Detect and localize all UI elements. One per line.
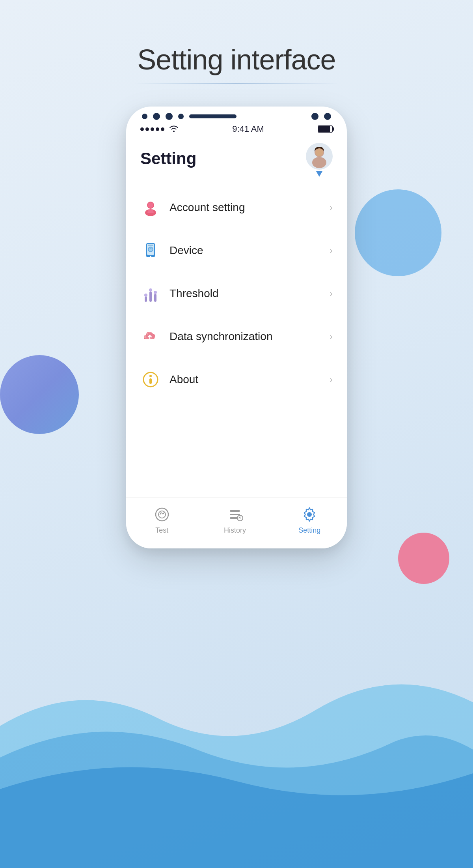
test-nav-label: Test <box>155 526 168 535</box>
menu-list: Account setting › <box>126 182 347 405</box>
notch-pill <box>189 114 236 118</box>
menu-chevron-device: › <box>330 245 333 256</box>
svg-point-21 <box>156 508 168 521</box>
menu-item-account-setting[interactable]: Account setting › <box>126 186 347 229</box>
battery-fill <box>318 126 330 132</box>
page-title: Setting interface <box>0 0 473 76</box>
menu-chevron-account: › <box>330 202 333 213</box>
device-icon <box>142 241 160 260</box>
signal-dot-3 <box>151 127 154 131</box>
menu-chevron-about: › <box>330 374 333 385</box>
svg-rect-12 <box>145 296 147 302</box>
menu-label-account: Account setting <box>169 201 330 214</box>
notch-dot-5 <box>311 113 318 120</box>
svg-point-8 <box>150 256 151 257</box>
account-icon-wrap <box>140 197 161 218</box>
notch-dot-4 <box>178 114 184 119</box>
svg-rect-20 <box>149 378 152 384</box>
svg-point-19 <box>149 375 152 377</box>
title-divider <box>134 83 339 84</box>
menu-item-device[interactable]: Device › <box>126 229 347 272</box>
device-icon-wrap <box>140 240 161 261</box>
menu-item-about[interactable]: About › <box>126 358 347 401</box>
signal-dot-2 <box>145 127 149 131</box>
menu-chevron-data-sync: › <box>330 331 333 342</box>
svg-rect-24 <box>230 514 240 515</box>
bg-wave <box>0 647 473 868</box>
svg-point-16 <box>149 288 152 292</box>
threshold-icon <box>142 284 160 303</box>
signal-area <box>140 124 179 134</box>
status-bar: 9:41 AM <box>126 120 347 137</box>
svg-point-27 <box>307 512 312 517</box>
phone-frame-wrapper: 9:41 AM Setting <box>126 107 347 548</box>
menu-item-data-sync[interactable]: Data synchronization › <box>126 315 347 358</box>
svg-rect-13 <box>149 292 152 302</box>
signal-dot-1 <box>140 127 144 131</box>
status-time: 9:41 AM <box>232 124 264 134</box>
nav-item-setting[interactable]: Setting <box>298 505 320 535</box>
avatar-container[interactable] <box>306 143 333 174</box>
cloud-sync-icon <box>142 327 160 346</box>
avatar-person-svg <box>307 144 331 168</box>
svg-rect-14 <box>154 294 156 302</box>
phone-header: Setting <box>126 137 347 182</box>
header-title: Setting <box>140 149 196 168</box>
test-nav-icon <box>153 505 171 524</box>
avatar-dropdown-arrow <box>316 171 322 177</box>
notch-dot-3 <box>166 113 173 120</box>
svg-point-2 <box>315 148 323 156</box>
cloud-sync-icon-wrap <box>140 326 161 347</box>
phone-notch <box>126 107 347 120</box>
menu-chevron-threshold: › <box>330 288 333 299</box>
nav-item-test[interactable]: Test <box>153 505 171 535</box>
svg-point-15 <box>144 294 147 297</box>
info-icon-wrap <box>140 369 161 390</box>
bottom-nav: Test History <box>126 497 347 548</box>
svg-point-17 <box>154 291 157 294</box>
avatar <box>306 143 333 170</box>
svg-rect-23 <box>230 510 240 512</box>
bg-blob-right <box>355 189 441 276</box>
signal-dot-4 <box>156 127 159 131</box>
account-icon <box>142 198 160 217</box>
notch-dot-6 <box>324 113 331 120</box>
menu-label-device: Device <box>169 244 330 257</box>
menu-label-data-sync: Data synchronization <box>169 330 330 343</box>
history-nav-label: History <box>224 526 246 535</box>
setting-nav-label: Setting <box>298 526 320 535</box>
wifi-icon <box>169 124 179 134</box>
svg-point-1 <box>312 157 326 168</box>
battery-icon <box>318 125 333 133</box>
threshold-icon-wrap <box>140 283 161 304</box>
bg-blob-left <box>0 355 79 434</box>
history-nav-icon <box>225 505 244 524</box>
signal-dot-5 <box>161 127 164 131</box>
info-icon <box>142 370 160 389</box>
setting-nav-icon <box>300 505 319 524</box>
notch-dot-1 <box>142 114 147 119</box>
bg-blob-pink <box>398 533 449 584</box>
phone-frame: 9:41 AM Setting <box>126 107 347 548</box>
svg-point-5 <box>148 202 153 208</box>
menu-label-threshold: Threshold <box>169 287 330 300</box>
nav-item-history[interactable]: History <box>224 505 246 535</box>
notch-dot-2 <box>153 113 160 120</box>
menu-label-about: About <box>169 373 330 386</box>
svg-rect-11 <box>148 245 153 246</box>
menu-item-threshold[interactable]: Threshold › <box>126 272 347 315</box>
